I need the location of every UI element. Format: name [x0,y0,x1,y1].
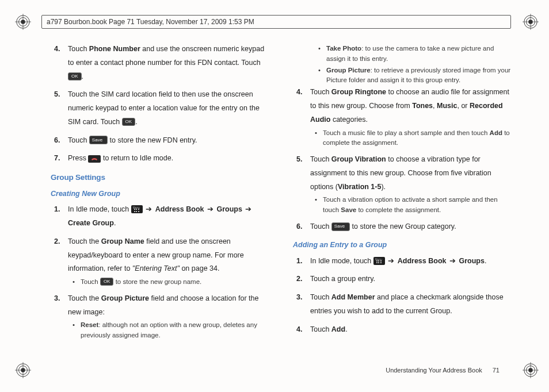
add-step-2: 2. Touch a group entry. [293,272,514,286]
sub-bullet: • Take Photo: to use the camera to take … [314,44,514,64]
text: Touch the [68,237,101,245]
bullet-icon: • [73,320,81,341]
step-number: 4. [293,323,310,337]
text: Touch [310,293,331,301]
bold: Vibration 1-5 [338,183,381,191]
heading-creating-new-group: Creating New Group [51,187,272,201]
crop-mark-br [523,362,539,378]
step-body: Touch the SIM card location field to the… [68,88,272,129]
sub-bullet: • Touch OK to store the new group name. [68,277,272,287]
text: Touch the SIM card location field to the… [68,90,260,126]
bold: Add [331,325,345,333]
bold: Take Photo [326,45,361,52]
step-body: Touch the Group Picture field and choose… [68,292,272,341]
step-5: 5. Touch the SIM card location field to … [51,88,272,129]
ok-button-icon: OK [122,118,136,126]
step-4: 4. Touch Phone Number and use the onscre… [51,43,272,83]
group-step-4: 4. Touch Group Ringtone to choose an aud… [293,86,514,148]
text: Press [68,154,88,162]
italic-ref: "Entering Text" [132,264,180,272]
text: . [114,219,116,227]
running-header-text: a797 Bourbon.book Page 71 Tuesday, Novem… [47,18,254,26]
add-step-4: 4. Touch Add. [293,323,514,337]
bold: Groups [459,257,484,265]
text: categories. [330,116,368,124]
bold: Tones [412,102,433,110]
save-button-icon: Save [89,136,108,144]
text: Touch [81,278,100,285]
step-number: 7. [51,152,68,166]
text: Touch [68,45,89,53]
bold: Phone Number [89,45,140,53]
step-number: 1. [293,255,310,268]
text: Touch [310,325,331,333]
ok-button-icon: OK [68,72,82,80]
bold: Group Name [101,237,144,245]
text: Touch [310,222,331,230]
text: : although not an option with a new grou… [81,321,257,339]
text: to store the new FDN entry. [108,136,197,144]
step-body: Touch Add Member and place a checkmark a… [310,291,514,318]
bold: Address Book [398,257,447,265]
step-number: 4. [51,43,68,83]
arrow-icon: ➔ [143,205,155,213]
sub-body: Touch a vibration option to activate a s… [323,195,514,216]
bullet-icon: • [73,277,81,287]
step-body: In Idle mode, touch ➔ Address Book ➔ Gro… [310,255,514,268]
step-number: 5. [293,153,310,216]
bullet-icon: • [315,195,323,216]
group-step-6: 6. Touch Save to store the new Group cat… [293,220,514,234]
bullet-icon: • [318,44,326,64]
step-body: Press to return to Idle mode. [68,152,272,166]
text: In Idle mode, touch [310,257,373,265]
step-number: 2. [51,235,68,287]
heading-adding-entry: Adding an Entry to a Group [293,239,514,252]
add-step-1: 1. In Idle mode, touch ➔ Address Book ➔ … [293,255,514,268]
heading-group-settings: Group Settings [51,170,272,185]
bold: Music [437,102,457,110]
text: to store the new group name. [113,278,201,285]
bold: Address Book [155,205,204,213]
save-button-icon: Save [331,222,350,231]
sub-bullet: • Touch a music file to play a short sam… [310,128,514,149]
step-number: 5. [51,88,68,129]
text: to complete the assignment. [356,206,441,213]
running-header-frame: a797 Bourbon.book Page 71 Tuesday, Novem… [41,15,511,29]
right-column: • Take Photo: to use the camera to take … [293,43,514,358]
sub-body: Touch OK to store the new group name. [81,277,272,287]
group-step-1: 1. In Idle mode, touch ➔ Address Book ➔ … [51,203,272,230]
step-body: Touch Save to store the new Group catego… [310,220,514,234]
bullet-icon: • [315,128,323,149]
arrow-icon: ➔ [447,257,459,265]
arrow-icon: ➔ [242,205,253,213]
step-body: Touch Save to store the new FDN entry. [68,134,272,148]
text: Touch [310,88,331,96]
bold: Groups [216,205,242,213]
left-column: 4. Touch Phone Number and use the onscre… [51,43,272,358]
text: . [135,118,137,126]
text: . [82,72,83,80]
ok-button-icon: OK [100,278,114,286]
page-number: 71 [493,367,500,374]
crop-mark-tl [15,14,31,30]
text: Touch a music file to play a short sampl… [323,129,490,136]
menu-key-icon [131,205,143,213]
bold: Group Ringtone [331,88,386,96]
text: Touch [68,136,89,144]
footer-section-title: Understanding Your Address Book [386,367,482,374]
step-body: Touch Group Vibration to choose a vibrat… [310,153,514,216]
text: . [485,257,486,265]
continued-bullets: • Take Photo: to use the camera to take … [293,44,514,86]
sub-body: Touch a music file to play a short sampl… [323,128,514,149]
step-6: 6. Touch Save to store the new FDN entry… [51,134,272,148]
bullet-icon: • [318,66,326,86]
step-number: 2. [293,272,310,286]
step-number: 6. [293,220,310,234]
crop-mark-tr [523,14,539,30]
sub-body: Group Picture: to retrieve a previously … [326,66,514,86]
sub-body: Reset: although not an option with a new… [81,320,272,341]
step-body: Touch the Group Name field and use the o… [68,235,272,287]
arrow-icon: ➔ [385,257,398,265]
bold: Save [341,206,356,213]
group-step-2: 2. Touch the Group Name field and use th… [51,235,272,287]
